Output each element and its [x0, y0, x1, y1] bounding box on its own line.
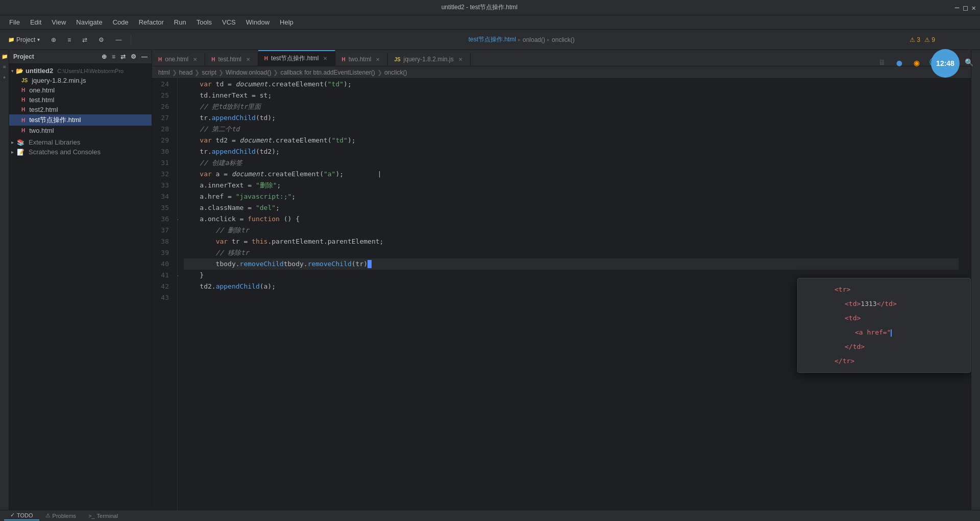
toolbar-icon-2[interactable]: ≡: [63, 34, 75, 45]
menu-vcs[interactable]: VCS: [217, 16, 241, 28]
line-number-28: 28: [156, 124, 173, 135]
code-line-40[interactable]: tbody.removeChildtbody.removeChild(tr): [184, 258, 959, 270]
tab-testnode[interactable]: H test节点操作.html ✕: [258, 50, 336, 66]
activity-project[interactable]: 📁: [1, 52, 9, 60]
breadcrumb-onclick[interactable]: onclick(): [552, 36, 575, 43]
tree-item-project[interactable]: ▾ 📂 untitled2 C:\Users\LH\WebstormPro: [9, 66, 152, 76]
code-line-33[interactable]: a.innerText = "删除";: [184, 180, 959, 191]
bc-onclick[interactable]: onclick(): [384, 69, 407, 76]
tab-jquery-close[interactable]: ✕: [457, 56, 464, 63]
error-count[interactable]: ⚠ 9: [924, 36, 935, 43]
sidebar-icon-2[interactable]: ≡: [112, 53, 115, 60]
bc-callback[interactable]: callback for btn.addEventListener(): [280, 69, 375, 76]
js-file-icon: JS: [21, 78, 28, 83]
breadcrumb-onload[interactable]: onload(): [523, 36, 545, 43]
html-file-icon-two: H: [21, 128, 25, 133]
code-line-27[interactable]: tr.appendChild(td);: [184, 112, 959, 124]
firefox-icon[interactable]: ◉: [910, 55, 924, 69]
search-icon[interactable]: 🔍: [962, 55, 976, 69]
toolbar-icon-3[interactable]: ⇄: [78, 34, 91, 45]
project-folder-icon: 📂: [16, 67, 23, 75]
tree-item-test[interactable]: H test.html: [9, 95, 152, 105]
editor-area: H one.html ✕ H test.html ✕ H test节点操作.ht…: [152, 50, 971, 510]
tree-item-test2[interactable]: H test2.html: [9, 105, 152, 114]
activity-structure[interactable]: ≡: [1, 62, 9, 70]
menu-tools[interactable]: Tools: [191, 16, 217, 28]
menu-view[interactable]: View: [46, 16, 71, 28]
sidebar-icon-4[interactable]: ⚙: [131, 53, 136, 60]
title-bar: untitled2 - test节点操作.html ─ □ ✕: [0, 0, 980, 15]
code-line-29[interactable]: var td2 = document.createElement("td");: [184, 135, 959, 146]
breadcrumb-file[interactable]: test节点操作.html: [469, 35, 516, 44]
tab-test-close[interactable]: ✕: [244, 56, 252, 63]
tab-test[interactable]: H test.html ✕: [205, 53, 258, 66]
line-number-40: 40: [156, 258, 173, 270]
sidebar-icon-3[interactable]: ⇄: [120, 53, 126, 60]
warning-count[interactable]: ⚠ 3: [910, 36, 920, 43]
tab-one[interactable]: H one.html ✕: [152, 53, 205, 66]
popup-line-endtd: </td>: [804, 340, 964, 354]
close-btn[interactable]: ✕: [972, 4, 976, 12]
tab-two[interactable]: H two.html ✕: [335, 53, 388, 66]
menu-file[interactable]: File: [4, 16, 25, 28]
bc-head[interactable]: head: [179, 69, 193, 76]
tab-testnode-close[interactable]: ✕: [322, 55, 329, 62]
bottom-tab-problems[interactable]: ⚠ Problems: [39, 511, 82, 520]
sidebar-icon-1[interactable]: ⊕: [102, 53, 107, 60]
code-line-39[interactable]: // 移除tr: [184, 247, 959, 258]
bottom-tab-todo[interactable]: ✓ TODO: [4, 511, 39, 520]
tab-jquery-label: jquery-1.8.2.min.js: [404, 56, 454, 63]
todo-label: TODO: [17, 512, 33, 518]
toolbar-icon-1[interactable]: ⊕: [47, 34, 60, 45]
tree-item-scratches[interactable]: ▸ 📝 Scratches and Consoles: [9, 147, 152, 157]
tree-item-testnode[interactable]: H test节点操作.html: [9, 114, 152, 126]
menu-run[interactable]: Run: [169, 16, 191, 28]
tab-jquery[interactable]: JS jquery-1.8.2.min.js ✕: [388, 53, 470, 66]
todo-icon: ✓: [10, 512, 15, 518]
toolbar-icon-4[interactable]: —: [111, 34, 126, 45]
menu-window[interactable]: Window: [241, 16, 275, 28]
right-activity-bar: [971, 50, 980, 510]
code-line-30[interactable]: tr.appendChild(td2);: [184, 146, 959, 157]
code-line-34[interactable]: a.href = "javascript:;";: [184, 191, 959, 202]
code-line-28[interactable]: // 第二个td: [184, 124, 959, 135]
code-line-32[interactable]: | var a = document.createElement("a");: [184, 169, 959, 180]
bc-html[interactable]: html: [158, 69, 170, 76]
menu-refactor[interactable]: Refactor: [134, 16, 169, 28]
tree-item-jquery[interactable]: JS jquery-1.8.2.min.js: [9, 76, 152, 85]
tab-two-close[interactable]: ✕: [374, 56, 381, 63]
maximize-btn[interactable]: □: [963, 4, 967, 12]
project-dropdown[interactable]: 📁 Project ▾: [4, 34, 44, 45]
chrome-icon[interactable]: ●: [892, 55, 906, 69]
minimize-btn[interactable]: ─: [955, 4, 959, 12]
line-number-33: 33: [156, 180, 173, 191]
tree-item-two[interactable]: H two.html: [9, 126, 152, 135]
tab-one-close[interactable]: ✕: [191, 56, 199, 63]
menu-help[interactable]: Help: [275, 16, 299, 28]
code-line-24[interactable]: var td = document.createElement("td");: [184, 79, 959, 90]
bc-onload[interactable]: Window.onload(): [226, 69, 271, 76]
line-number-37: 37: [156, 225, 173, 236]
activity-favorites[interactable]: ★: [1, 73, 9, 81]
code-line-25[interactable]: td.innerText = st;: [184, 90, 959, 101]
menu-navigate[interactable]: Navigate: [71, 16, 107, 28]
browser-icon-1[interactable]: 🖥: [875, 55, 889, 69]
code-line-36[interactable]: ◈ a.onclick = function () {: [184, 214, 959, 225]
code-line-37[interactable]: // 删除tr: [184, 225, 959, 236]
bc-script[interactable]: script: [202, 69, 216, 76]
tree-item-one[interactable]: H one.html: [9, 85, 152, 95]
gutter-marker-41: ◈: [178, 270, 178, 281]
code-line-26[interactable]: // 把td放到tr里面: [184, 101, 959, 112]
code-line-31[interactable]: // 创建a标签: [184, 157, 959, 169]
line-number-26: 26: [156, 101, 173, 112]
menu-code[interactable]: Code: [108, 16, 134, 28]
tree-item-ext-libs[interactable]: ▸ 📚 External Libraries: [9, 137, 152, 147]
code-line-35[interactable]: a.className = "del";: [184, 202, 959, 214]
bottom-tab-terminal[interactable]: >_ Terminal: [82, 512, 124, 520]
sidebar-close[interactable]: —: [141, 53, 148, 60]
clock-time: 12:48: [936, 59, 954, 67]
popup-line-endtr: </tr>: [804, 354, 964, 368]
menu-edit[interactable]: Edit: [25, 16, 46, 28]
settings-btn[interactable]: ⚙: [94, 34, 108, 45]
code-line-38[interactable]: var tr = this.parentElement.parentElemen…: [184, 236, 959, 247]
